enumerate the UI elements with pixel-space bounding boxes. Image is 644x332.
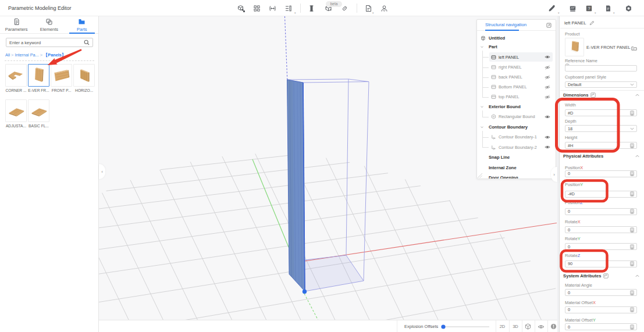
document-icon[interactable] — [603, 3, 613, 13]
tree-row[interactable]: Rectangular Bound — [477, 112, 556, 122]
tree-group-label[interactable]: Snap Line — [489, 155, 510, 160]
help-icon[interactable]: ? — [583, 3, 594, 13]
list-detail-icon[interactable] — [283, 3, 293, 13]
formula-icon[interactable] — [630, 171, 634, 176]
field-input-rotatez[interactable]: 90 — [565, 260, 637, 267]
part-thumbnail-5[interactable] — [5, 99, 27, 122]
field-input-height[interactable]: #H — [565, 142, 637, 149]
field-input-positionz[interactable]: 0 — [565, 208, 637, 215]
section-header[interactable]: Dimensions — [563, 92, 639, 98]
formula-icon[interactable] — [630, 110, 634, 116]
eye-visible-icon[interactable] — [545, 134, 550, 140]
tree-item-label[interactable]: left PANEL — [499, 55, 519, 60]
breadcrumb-item[interactable]: Internal Pa... — [15, 52, 38, 58]
user-icon[interactable] — [379, 3, 389, 13]
tree-row[interactable]: Door Opening — [477, 173, 556, 179]
eye-hidden-icon[interactable] — [545, 65, 550, 70]
eye-hidden-icon[interactable] — [545, 74, 550, 80]
tree-row[interactable]: right PANEL — [477, 63, 556, 72]
eye-hidden-icon[interactable] — [545, 94, 550, 100]
field-input-material-offsety[interactable]: 0 — [565, 323, 637, 330]
part-thumbnail-3[interactable] — [51, 64, 72, 87]
settings-nut-icon[interactable] — [623, 3, 634, 13]
column-icon[interactable] — [306, 3, 316, 13]
tree-item-label[interactable]: Rectangular Bound — [499, 114, 535, 119]
explosion-slider[interactable] — [439, 320, 497, 332]
part-thumbnail-4[interactable] — [73, 64, 95, 87]
tree-row[interactable]: Internal Zone — [477, 163, 556, 172]
tree-row[interactable]: top PANEL — [477, 92, 556, 102]
eye-hidden-icon[interactable] — [545, 84, 550, 90]
chevron-up-icon[interactable] — [635, 94, 639, 97]
tree-row[interactable]: Contour Boundary-1 — [477, 133, 556, 142]
tree-row[interactable]: Untitled — [477, 33, 556, 42]
formula-icon[interactable] — [630, 227, 634, 233]
origin-point[interactable] — [303, 290, 307, 294]
properties-collapse-handle[interactable]: › — [551, 167, 557, 182]
component-cube-icon[interactable] — [236, 3, 246, 13]
section-header[interactable]: System Attributes — [563, 273, 639, 279]
expand-panel-icon[interactable] — [546, 23, 552, 28]
tree-root-label[interactable]: Untitled — [489, 35, 505, 41]
part-thumbnail-1[interactable] — [5, 64, 27, 87]
formula-icon[interactable] — [630, 191, 634, 197]
eye-visible-icon[interactable] — [545, 144, 550, 150]
part-thumbnail-6[interactable] — [28, 99, 49, 122]
field-input-positionx[interactable]: 0 — [565, 170, 637, 177]
formula-icon[interactable] — [630, 324, 634, 330]
tree-row[interactable]: Bottom PANEL — [477, 83, 556, 92]
open-library-folder-icon[interactable] — [631, 45, 637, 51]
part-thumbnail-2[interactable] — [28, 64, 49, 87]
formula-icon[interactable] — [630, 261, 634, 266]
tree-group-label[interactable]: Internal Zone — [489, 165, 517, 170]
product-thumbnail[interactable] — [565, 38, 584, 56]
eye-visible-icon[interactable] — [545, 54, 550, 60]
view-3d-button[interactable]: 3D — [509, 320, 522, 332]
tree-group-label[interactable]: Exterior Bound — [489, 104, 521, 109]
chevron-up-icon[interactable] — [635, 155, 639, 158]
field-input-width[interactable]: #D — [565, 109, 637, 116]
eye-visible-icon[interactable] — [545, 114, 550, 120]
tab-parts[interactable]: Parts — [66, 16, 98, 33]
info-icon[interactable] — [550, 323, 557, 330]
selected-panel[interactable] — [287, 80, 305, 291]
formula-icon[interactable] — [630, 290, 634, 295]
chevron-up-icon[interactable] — [635, 274, 639, 277]
tree-item-label[interactable]: right PANEL — [499, 65, 522, 70]
breadcrumb-item[interactable]: All — [5, 52, 10, 58]
tab-parameters[interactable]: Parameters — [0, 16, 33, 33]
tree-group-label[interactable]: Part — [489, 44, 497, 49]
tree-item-label[interactable]: Contour Boundary-1 — [499, 134, 537, 140]
collapse-caret-icon[interactable] — [481, 126, 483, 128]
formula-icon[interactable] — [630, 143, 634, 148]
formula-icon[interactable] — [630, 307, 634, 312]
formula-icon[interactable] — [630, 209, 634, 214]
cupboard-style-select[interactable]: Default — [565, 81, 637, 88]
screen-icon[interactable] — [567, 3, 578, 13]
tree-item-label[interactable]: back PANEL — [499, 74, 522, 80]
tree-group-label[interactable]: Door Opening — [489, 175, 518, 180]
tree-group-label[interactable]: Contour Boundary — [489, 124, 528, 130]
convert-icon[interactable] — [603, 273, 609, 279]
tree-row[interactable]: Part — [477, 42, 556, 51]
collapse-caret-icon[interactable] — [481, 105, 483, 108]
formula-icon[interactable] — [630, 244, 634, 249]
field-input-depth[interactable]: 18 — [565, 125, 637, 132]
field-input-rotatey[interactable]: 0 — [565, 243, 637, 250]
tree-row[interactable]: Contour Boundary — [477, 122, 556, 131]
cube-view-icon[interactable] — [524, 323, 532, 330]
eye-view-icon[interactable] — [537, 323, 545, 330]
tree-item-label[interactable]: Contour Boundary-2 — [499, 145, 537, 150]
search-input[interactable]: Enter a keyword — [6, 38, 93, 47]
tree-item-label[interactable]: top PANEL — [499, 94, 520, 99]
breadcrumb-item[interactable]: 【Panels】 — [44, 52, 66, 58]
pattern-icon[interactable] — [251, 3, 262, 13]
tab-elements[interactable]: Elements — [33, 16, 65, 33]
nav-panel-title[interactable]: Structural navigation — [485, 22, 526, 27]
tree-row[interactable]: Contour Boundary-2 — [477, 142, 556, 152]
reference-name-input[interactable] — [565, 65, 637, 72]
tree-row[interactable]: left PANEL — [477, 52, 556, 62]
field-input-positiony[interactable]: -#D — [565, 191, 637, 198]
edit-name-icon[interactable] — [589, 20, 595, 26]
view-2d-button[interactable]: 2D — [496, 320, 509, 332]
